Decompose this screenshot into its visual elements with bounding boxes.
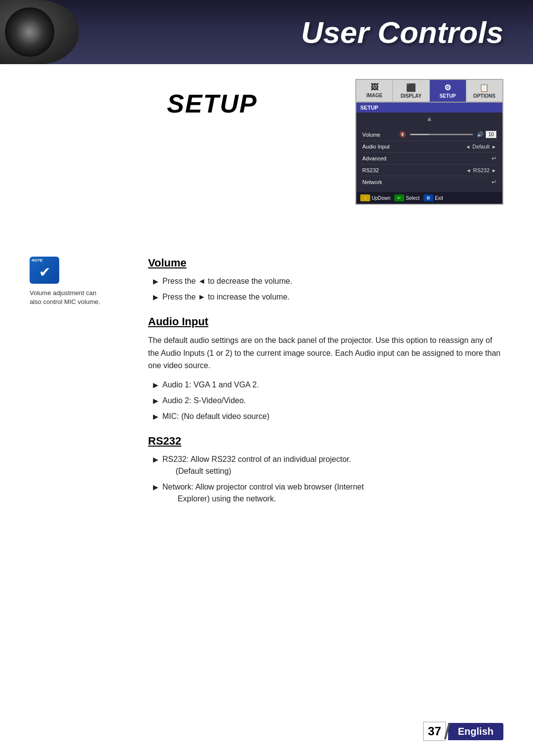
- audio-bullet-2: ▶ Audio 2: S-Video/Video.: [153, 395, 503, 407]
- rs232-bullet-1: ▶ RS232: Allow RS232 control of an indiv…: [153, 454, 503, 477]
- audio-input-section: Audio Input The default audio settings a…: [148, 315, 503, 422]
- language-label: English: [448, 723, 503, 740]
- note-check-icon: ✔: [39, 264, 50, 280]
- audio-bullet-1: ▶ Audio 1: VGA 1 and VGA 2.: [153, 379, 503, 391]
- exit-button: ⊠ Exit: [423, 194, 443, 201]
- display-tab-icon: ⬛: [395, 83, 427, 92]
- ui-tab-display: ⬛ DISPLAY: [393, 80, 429, 102]
- ui-row-advanced: Advanced ↵: [360, 152, 498, 165]
- ui-row-audio-input: Audio Input ◄ Default ►: [360, 141, 498, 152]
- options-tab-label: OPTIONS: [473, 93, 495, 99]
- ui-tab-bar: 🖼 IMAGE ⬛ DISPLAY ⚙ SETUP 📋 OPTIONS: [356, 80, 502, 103]
- volume-icon: 🔇: [399, 131, 406, 138]
- select-icon: ↵: [394, 194, 404, 201]
- ui-row-network: Network ↵: [360, 176, 498, 188]
- audio-bullet-arrow-2: ▶: [153, 396, 158, 406]
- rs232-section-heading: RS232: [148, 435, 503, 448]
- note-text: Volume adjustment can also control MIC v…: [30, 289, 104, 306]
- audio-bullet-text-1: Audio 1: VGA 1 and VGA 2.: [162, 379, 259, 391]
- bullet-arrow-1: ▶: [153, 276, 158, 287]
- volume-control: 🔇 🔊 10: [399, 131, 496, 138]
- volume-bullet-1: ▶ Press the ◄ to decrease the volume.: [153, 275, 503, 287]
- volume-bullet-text-2: Press the ► to increase the volume.: [162, 291, 290, 303]
- note-box: ✔ Volume adjustment can also control MIC…: [30, 257, 104, 306]
- page-title: User Controls: [301, 15, 503, 50]
- ui-setup-section-label: SETUP: [356, 103, 502, 113]
- ui-menu-body: Volume 🔇 🔊 10 Audio Input ◄ Default ►: [356, 124, 502, 192]
- setup-heading-text: SETUP: [143, 89, 281, 118]
- lens-decoration: [0, 0, 79, 64]
- image-tab-label: IMAGE: [366, 93, 382, 98]
- options-tab-icon: 📋: [468, 83, 500, 92]
- page-header: User Controls: [0, 0, 533, 64]
- audio-input-control: ◄ Default ►: [399, 144, 496, 150]
- volume-label: Volume: [362, 132, 399, 138]
- audio-input-description: The default audio settings are on the ba…: [148, 334, 503, 372]
- ui-row-volume: Volume 🔇 🔊 10: [360, 128, 498, 141]
- select-label: Select: [406, 195, 419, 201]
- advanced-enter-icon: ↵: [492, 155, 496, 162]
- network-control: ↵: [399, 179, 496, 186]
- ui-tab-options: 📋 OPTIONS: [466, 80, 502, 102]
- rs232-left-arrow: ◄: [466, 168, 471, 173]
- bullet-arrow-2: ▶: [153, 292, 158, 302]
- advanced-control: ↵: [399, 155, 496, 162]
- volume-section: Volume ▶ Press the ◄ to decrease the vol…: [148, 257, 503, 303]
- image-tab-icon: 🖼: [358, 83, 390, 92]
- ui-up-scroll-indicator: ▲: [356, 113, 502, 124]
- rs232-bullet-text-1: RS232: Allow RS232 control of an individ…: [162, 454, 351, 477]
- ui-tab-setup: ⚙ SETUP: [430, 80, 466, 102]
- audio-input-bullet-list: ▶ Audio 1: VGA 1 and VGA 2. ▶ Audio 2: S…: [148, 379, 503, 422]
- audio-bullet-arrow-3: ▶: [153, 412, 158, 422]
- advanced-label: Advanced: [362, 155, 399, 161]
- updown-label: UpDown: [372, 195, 390, 201]
- updown-icon: ↕: [360, 194, 370, 201]
- audio-left-arrow: ◄: [465, 144, 470, 150]
- audio-right-arrow: ►: [492, 144, 496, 150]
- rs232-bullet-2: ▶ Network: Allow projector control via w…: [153, 481, 503, 505]
- audio-bullet-text-3: MIC: (No default video source): [162, 411, 269, 422]
- updown-button: ↕ UpDown: [360, 194, 390, 201]
- note-badge: ✔: [30, 257, 59, 284]
- volume-icon-high: 🔊: [477, 131, 484, 138]
- setup-tab-label: SETUP: [439, 93, 456, 99]
- volume-bullet-list: ▶ Press the ◄ to decrease the volume. ▶ …: [148, 275, 503, 303]
- rs232-right-arrow: ►: [492, 168, 496, 173]
- volume-value: 10: [486, 131, 496, 138]
- setup-heading-block: SETUP: [143, 89, 281, 118]
- ui-screenshot-panel: 🖼 IMAGE ⬛ DISPLAY ⚙ SETUP 📋 OPTIONS SETU…: [355, 79, 503, 205]
- volume-bullet-2: ▶ Press the ► to increase the volume.: [153, 291, 503, 303]
- audio-input-value: Default: [472, 144, 490, 150]
- setup-tab-icon: ⚙: [432, 83, 464, 92]
- rs232-value: RS232: [473, 167, 490, 173]
- audio-input-label: Audio Input: [362, 144, 399, 150]
- audio-bullet-3: ▶ MIC: (No default video source): [153, 411, 503, 422]
- ui-row-rs232: RS232 ◄ RS232 ►: [360, 165, 498, 176]
- network-enter-icon: ↵: [492, 179, 496, 186]
- volume-slider-fill: [410, 134, 429, 135]
- exit-label: Exit: [435, 195, 443, 201]
- rs232-section: RS232 ▶ RS232: Allow RS232 control of an…: [148, 435, 503, 505]
- display-tab-label: DISPLAY: [401, 93, 421, 99]
- rs232-bullet-arrow-2: ▶: [153, 482, 158, 492]
- main-content: SETUP 🖼 IMAGE ⬛ DISPLAY ⚙ SETUP 📋 OPTION…: [0, 64, 533, 532]
- ui-footer: ↕ UpDown ↵ Select ⊠ Exit: [356, 192, 502, 204]
- audio-input-section-heading: Audio Input: [148, 315, 503, 328]
- volume-section-heading: Volume: [148, 257, 503, 269]
- audio-bullet-arrow-1: ▶: [153, 380, 158, 390]
- page-footer: 37 English: [423, 721, 503, 741]
- volume-bullet-text-1: Press the ◄ to decrease the volume.: [162, 275, 292, 287]
- exit-icon: ⊠: [423, 194, 433, 201]
- rs232-bullet-text-2: Network: Allow projector control via web…: [162, 481, 364, 505]
- network-label: Network: [362, 179, 399, 185]
- rs232-label: RS232: [362, 167, 399, 173]
- ui-tab-image: 🖼 IMAGE: [356, 80, 393, 102]
- page-number: 37: [423, 721, 446, 741]
- volume-slider-track: [410, 134, 473, 135]
- rs232-control: ◄ RS232 ►: [399, 167, 496, 173]
- rs232-bullet-arrow-1: ▶: [153, 454, 158, 465]
- audio-bullet-text-2: Audio 2: S-Video/Video.: [162, 395, 246, 407]
- rs232-bullet-list: ▶ RS232: Allow RS232 control of an indiv…: [148, 454, 503, 505]
- select-button: ↵ Select: [394, 194, 419, 201]
